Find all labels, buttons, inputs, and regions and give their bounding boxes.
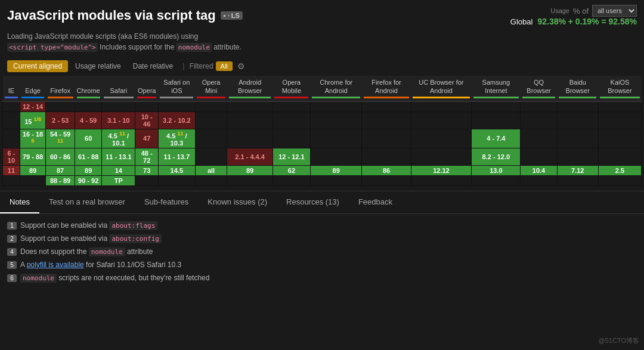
current-aligned-btn[interactable]: Current aligned [7, 60, 68, 72]
compat-table: IE Edge Firefox Chrome Safari [2, 76, 642, 186]
browser-header-safari: Safari [102, 76, 135, 102]
tabs-bar: Notes Test on a real browser Sub-feature… [0, 191, 644, 214]
browser-header-qq: QQ Browser [521, 76, 557, 102]
table-row: 11 89 87 89 14 73 14.5 all 89 62 89 86 1… [3, 165, 642, 175]
browser-header-chrome-android: Chrome for Android [310, 76, 362, 102]
browser-header-edge: Edge [20, 76, 45, 102]
usage-type-select[interactable]: all users my users [592, 5, 637, 17]
note-code-4: nomodule [89, 247, 125, 256]
browser-header-safari-ios: Safari on iOS [158, 76, 195, 102]
browser-header-chrome: Chrome [75, 76, 102, 102]
browser-header-firefox-android: Firefox for Android [362, 76, 411, 102]
table-row: 6 - 10 79 - 88 60 - 86 61 - 88 11 - 13.1… [3, 148, 642, 165]
note-item-4: 4 Does not support the nomodule attribut… [7, 247, 637, 256]
usage-relative-btn[interactable]: Usage relative [70, 60, 126, 72]
usage-controls: Usage % of all users my users [550, 5, 637, 17]
note-code-6: nomodule [20, 274, 57, 283]
browser-header-firefox: Firefox [46, 76, 75, 102]
controls-bar: Current aligned Usage relative Date rela… [0, 57, 644, 76]
date-relative-btn[interactable]: Date relative [128, 60, 178, 72]
polyfill-link[interactable]: polyfill is available [27, 261, 84, 269]
tab-feedback[interactable]: Feedback [349, 191, 402, 213]
note-code-1: about:flags [109, 221, 157, 230]
browser-header-kaios: KaiOS Browser [598, 76, 641, 102]
table-row: 88 - 89 90 - 92 TP [3, 175, 642, 185]
browser-header-opera-mobile: Opera Mobile [273, 76, 310, 102]
tab-resources[interactable]: Resources (13) [277, 191, 349, 213]
note-item-5: 5 A polyfill is available for Safari 10.… [7, 261, 637, 269]
note-code-2: about:config [109, 234, 161, 243]
table-row: 15 1/6 2 - 53 4 - 59 3.1 - 10 10 - 46 3.… [3, 112, 642, 129]
compat-table-wrapper: IE Edge Firefox Chrome Safari [0, 76, 644, 186]
browser-header-ie: IE [3, 76, 20, 102]
tab-sub-features[interactable]: Sub-features [135, 191, 198, 213]
notes-content: 1 Support can be enabled via about:flags… [0, 214, 644, 294]
browser-header-opera: Opera [135, 76, 159, 102]
title-section: JavaScript modules via script tag ▪ · LS [7, 8, 243, 23]
watermark: @51CTO博客 [599, 336, 639, 345]
title-badge: ▪ · LS [221, 11, 243, 20]
browser-header-baidu: Baidu Browser [557, 76, 598, 102]
note-item-6: 6 nomodule scripts are not executed, but… [7, 274, 637, 282]
tab-known-issues[interactable]: Known issues (2) [198, 191, 277, 213]
tab-test-real-browser[interactable]: Test on a real browser [39, 191, 135, 213]
description: Loading JavaScript module scripts (aka E… [0, 29, 644, 57]
script-code: <script type="module"> [7, 43, 98, 52]
top-bar: JavaScript modules via script tag ▪ · LS… [0, 0, 644, 29]
page-title: JavaScript modules via script tag ▪ · LS [7, 8, 243, 23]
table-row: 16 - 18 6 54 - 59 11 60 4.5 11 / 10.1 47… [3, 129, 642, 148]
nomodule-code: nomodule [177, 43, 212, 52]
browser-header-uc-android: UC Browser for Android [411, 76, 472, 102]
usage-section: Usage % of all users my users Global 92.… [510, 5, 637, 26]
browser-header-android-browser: Android Browser [227, 76, 273, 102]
gear-icon[interactable]: ⚙ [237, 61, 245, 71]
browser-header-samsung: Samsung Internet [472, 76, 521, 102]
all-filter-btn[interactable]: All [216, 61, 233, 71]
note-item-1: 1 Support can be enabled via about:flags [7, 221, 637, 230]
note-item-2: 2 Support can be enabled via about:confi… [7, 234, 637, 243]
tab-notes[interactable]: Notes [0, 191, 39, 213]
browser-header-opera-mini: Opera Mini [195, 76, 227, 102]
table-row: 12 - 14 [3, 101, 642, 112]
